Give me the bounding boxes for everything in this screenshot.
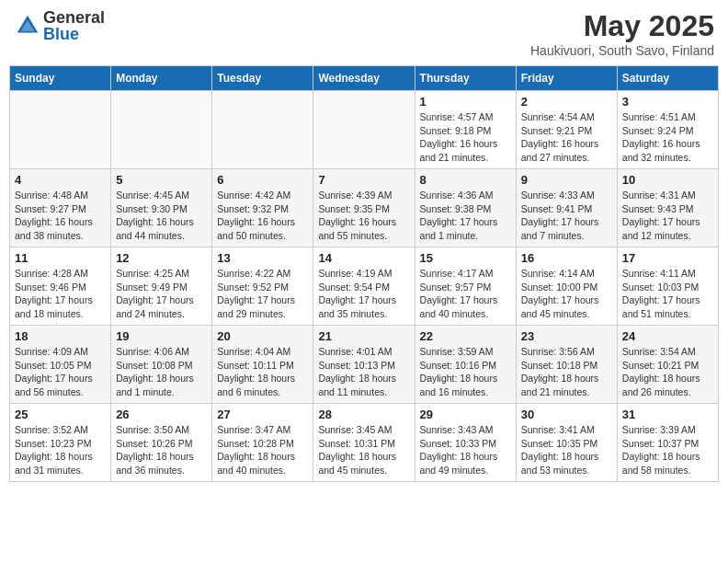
- calendar-cell: 9Sunrise: 4:33 AM Sunset: 9:41 PM Daylig…: [516, 169, 617, 247]
- day-number: 31: [622, 408, 713, 421]
- calendar-cell: 11Sunrise: 4:28 AM Sunset: 9:46 PM Dayli…: [10, 247, 111, 326]
- calendar-cell: 31Sunrise: 3:39 AM Sunset: 10:37 PM Dayl…: [617, 404, 718, 482]
- day-info: Sunrise: 4:45 AM Sunset: 9:30 PM Dayligh…: [116, 189, 207, 243]
- day-number: 9: [521, 173, 612, 187]
- calendar-table: SundayMondayTuesdayWednesdayThursdayFrid…: [9, 65, 719, 482]
- day-number: 7: [318, 173, 409, 187]
- day-info: Sunrise: 4:22 AM Sunset: 9:52 PM Dayligh…: [217, 267, 308, 321]
- calendar-cell: 2Sunrise: 4:54 AM Sunset: 9:21 PM Daylig…: [516, 91, 617, 169]
- day-info: Sunrise: 3:50 AM Sunset: 10:26 PM Daylig…: [116, 423, 207, 477]
- calendar-week-row: 18Sunrise: 4:09 AM Sunset: 10:05 PM Dayl…: [10, 326, 719, 404]
- calendar-cell: 14Sunrise: 4:19 AM Sunset: 9:54 PM Dayli…: [313, 247, 415, 326]
- col-header-sunday: Sunday: [10, 66, 111, 91]
- calendar-cell: 22Sunrise: 3:59 AM Sunset: 10:16 PM Dayl…: [415, 326, 516, 404]
- day-info: Sunrise: 3:43 AM Sunset: 10:33 PM Daylig…: [420, 423, 511, 477]
- calendar-cell: 23Sunrise: 3:56 AM Sunset: 10:18 PM Dayl…: [516, 326, 617, 404]
- day-info: Sunrise: 4:31 AM Sunset: 9:43 PM Dayligh…: [622, 189, 713, 243]
- day-info: Sunrise: 4:42 AM Sunset: 9:32 PM Dayligh…: [217, 189, 308, 243]
- location-subtitle: Haukivuori, South Savo, Finland: [530, 43, 714, 58]
- day-number: 8: [420, 173, 511, 187]
- calendar-cell: 25Sunrise: 3:52 AM Sunset: 10:23 PM Dayl…: [10, 404, 111, 482]
- day-info: Sunrise: 4:25 AM Sunset: 9:49 PM Dayligh…: [116, 267, 207, 321]
- day-info: Sunrise: 4:28 AM Sunset: 9:46 PM Dayligh…: [15, 267, 106, 321]
- calendar-cell: 10Sunrise: 4:31 AM Sunset: 9:43 PM Dayli…: [617, 169, 718, 247]
- day-info: Sunrise: 4:09 AM Sunset: 10:05 PM Daylig…: [15, 345, 106, 399]
- day-info: Sunrise: 3:45 AM Sunset: 10:31 PM Daylig…: [318, 423, 409, 477]
- day-info: Sunrise: 4:14 AM Sunset: 10:00 PM Daylig…: [521, 267, 612, 321]
- day-number: 18: [15, 329, 106, 343]
- page-header: General Blue May 2025 Haukivuori, South …: [9, 9, 719, 58]
- day-number: 29: [420, 408, 511, 421]
- day-info: Sunrise: 3:54 AM Sunset: 10:21 PM Daylig…: [622, 345, 713, 399]
- day-number: 24: [622, 329, 713, 343]
- calendar-cell: 7Sunrise: 4:39 AM Sunset: 9:35 PM Daylig…: [313, 169, 415, 247]
- day-number: 16: [521, 251, 612, 265]
- day-number: 6: [217, 173, 308, 187]
- day-info: Sunrise: 4:54 AM Sunset: 9:21 PM Dayligh…: [521, 110, 612, 165]
- calendar-cell: 15Sunrise: 4:17 AM Sunset: 9:57 PM Dayli…: [415, 247, 516, 326]
- day-number: 25: [15, 408, 106, 421]
- calendar-week-row: 11Sunrise: 4:28 AM Sunset: 9:46 PM Dayli…: [10, 247, 719, 326]
- day-info: Sunrise: 3:52 AM Sunset: 10:23 PM Daylig…: [15, 423, 106, 477]
- col-header-tuesday: Tuesday: [212, 66, 313, 91]
- calendar-cell: 1Sunrise: 4:57 AM Sunset: 9:18 PM Daylig…: [415, 91, 516, 169]
- calendar-cell: 18Sunrise: 4:09 AM Sunset: 10:05 PM Dayl…: [10, 326, 111, 404]
- col-header-monday: Monday: [111, 66, 212, 91]
- month-title: May 2025: [530, 9, 714, 43]
- day-number: 3: [622, 95, 713, 109]
- day-info: Sunrise: 4:06 AM Sunset: 10:08 PM Daylig…: [116, 345, 207, 399]
- logo-general-text: General: [43, 9, 105, 26]
- day-info: Sunrise: 3:39 AM Sunset: 10:37 PM Daylig…: [622, 423, 713, 477]
- day-number: 27: [217, 408, 308, 421]
- calendar-cell: [10, 91, 111, 169]
- calendar-cell: 6Sunrise: 4:42 AM Sunset: 9:32 PM Daylig…: [212, 169, 313, 247]
- day-number: 28: [318, 408, 409, 421]
- day-info: Sunrise: 4:51 AM Sunset: 9:24 PM Dayligh…: [622, 110, 713, 165]
- day-info: Sunrise: 4:04 AM Sunset: 10:11 PM Daylig…: [217, 345, 308, 399]
- col-header-friday: Friday: [516, 66, 617, 91]
- calendar-cell: 21Sunrise: 4:01 AM Sunset: 10:13 PM Dayl…: [313, 326, 415, 404]
- day-number: 4: [15, 173, 106, 187]
- day-number: 23: [521, 329, 612, 343]
- logo-text: General Blue: [43, 9, 105, 42]
- calendar-cell: 26Sunrise: 3:50 AM Sunset: 10:26 PM Dayl…: [111, 404, 212, 482]
- day-number: 12: [116, 251, 207, 265]
- day-number: 21: [318, 329, 409, 343]
- logo: General Blue: [14, 9, 105, 42]
- calendar-cell: 28Sunrise: 3:45 AM Sunset: 10:31 PM Dayl…: [313, 404, 415, 482]
- day-number: 26: [116, 408, 207, 421]
- day-number: 15: [420, 251, 511, 265]
- day-number: 1: [420, 95, 511, 109]
- day-info: Sunrise: 4:36 AM Sunset: 9:38 PM Dayligh…: [420, 189, 511, 243]
- calendar-cell: 29Sunrise: 3:43 AM Sunset: 10:33 PM Dayl…: [415, 404, 516, 482]
- day-number: 19: [116, 329, 207, 343]
- day-info: Sunrise: 4:01 AM Sunset: 10:13 PM Daylig…: [318, 345, 409, 399]
- calendar-cell: 12Sunrise: 4:25 AM Sunset: 9:49 PM Dayli…: [111, 247, 212, 326]
- day-info: Sunrise: 3:56 AM Sunset: 10:18 PM Daylig…: [521, 345, 612, 399]
- logo-blue-text: Blue: [43, 26, 105, 42]
- calendar-cell: 5Sunrise: 4:45 AM Sunset: 9:30 PM Daylig…: [111, 169, 212, 247]
- day-number: 30: [521, 408, 612, 421]
- day-info: Sunrise: 4:17 AM Sunset: 9:57 PM Dayligh…: [420, 267, 511, 321]
- calendar-cell: [212, 91, 313, 169]
- day-info: Sunrise: 4:39 AM Sunset: 9:35 PM Dayligh…: [318, 189, 409, 243]
- col-header-wednesday: Wednesday: [313, 66, 415, 91]
- calendar-cell: [313, 91, 415, 169]
- day-number: 22: [420, 329, 511, 343]
- day-info: Sunrise: 4:57 AM Sunset: 9:18 PM Dayligh…: [420, 110, 511, 165]
- calendar-cell: 8Sunrise: 4:36 AM Sunset: 9:38 PM Daylig…: [415, 169, 516, 247]
- calendar-week-row: 1Sunrise: 4:57 AM Sunset: 9:18 PM Daylig…: [10, 91, 719, 169]
- calendar-header-row: SundayMondayTuesdayWednesdayThursdayFrid…: [10, 66, 719, 91]
- day-info: Sunrise: 4:33 AM Sunset: 9:41 PM Dayligh…: [521, 189, 612, 243]
- day-number: 2: [521, 95, 612, 109]
- day-info: Sunrise: 3:41 AM Sunset: 10:35 PM Daylig…: [521, 423, 612, 477]
- calendar-week-row: 4Sunrise: 4:48 AM Sunset: 9:27 PM Daylig…: [10, 169, 719, 247]
- day-number: 10: [622, 173, 713, 187]
- day-number: 11: [15, 251, 106, 265]
- calendar-cell: 16Sunrise: 4:14 AM Sunset: 10:00 PM Dayl…: [516, 247, 617, 326]
- day-info: Sunrise: 3:47 AM Sunset: 10:28 PM Daylig…: [217, 423, 308, 477]
- calendar-cell: 27Sunrise: 3:47 AM Sunset: 10:28 PM Dayl…: [212, 404, 313, 482]
- title-block: May 2025 Haukivuori, South Savo, Finland: [530, 9, 714, 58]
- calendar-cell: 19Sunrise: 4:06 AM Sunset: 10:08 PM Dayl…: [111, 326, 212, 404]
- logo-icon: [14, 12, 41, 40]
